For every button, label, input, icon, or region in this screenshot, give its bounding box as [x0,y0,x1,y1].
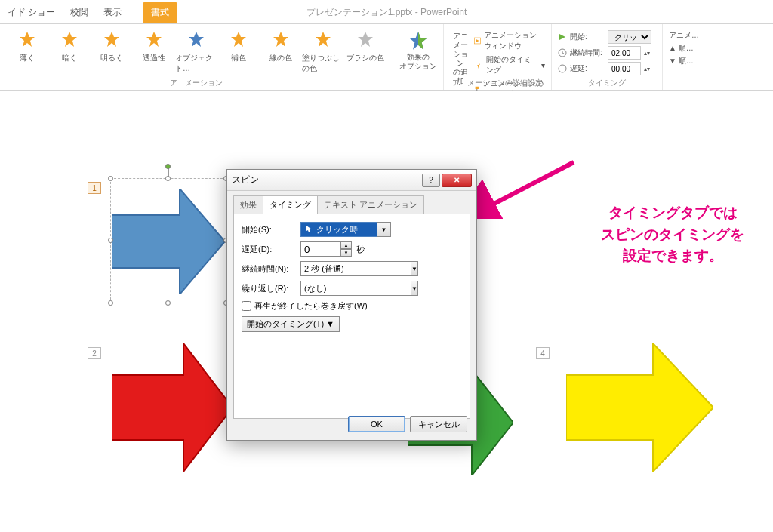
animation-pane-button[interactable]: アニメーション ウィンドウ [474,30,545,51]
svg-marker-1 [62,32,77,47]
chevron-down-icon[interactable]: ▼ [377,222,391,237]
field-delay-unit: 秒 [356,244,365,255]
gallery-effect-2[interactable]: 明るく [91,27,133,78]
arrow-shape-red[interactable] [112,343,233,472]
field-delay-spinner[interactable]: ▲▼ [300,241,352,257]
field-repeat-combo[interactable]: ▼ [300,281,391,296]
gallery-effect-1[interactable]: 暗く [48,27,91,78]
dialog-tab-effect[interactable]: 効果 [233,195,263,214]
svg-marker-15 [476,39,479,42]
mouse-icon [304,225,313,234]
annotation-arrow-icon [476,158,581,219]
svg-marker-19 [559,34,565,40]
field-start-combo[interactable]: クリック時 ▼ [300,222,391,237]
move-earlier-button[interactable]: ▲ 順… [669,43,767,54]
gallery-effect-6[interactable]: 線の色 [260,27,302,78]
anim-order-tag-2[interactable]: 2 [88,347,101,359]
timing-start-select[interactable]: クリック時 [608,30,651,44]
svg-marker-2 [104,32,119,47]
field-delay-label: 遅延(D): [242,244,300,255]
anim-order-tag-4[interactable]: 4 [536,347,550,359]
animation-gallery-group: 薄く暗く明るく透過性オブジェクト…補色線の色塗りつぶしの色ブラシの色 アニメーシ… [0,24,393,90]
dialog-close-button[interactable]: ✕ [442,174,472,187]
timing-group: 開始:クリック時 継続時間:▴▾ 遅延:▴▾ タイミング [552,24,663,90]
move-later-button[interactable]: ▼ 順… [669,56,767,66]
gallery-effect-8[interactable]: ブラシの色 [344,27,386,78]
window-title: プレゼンテーション1.pptx - PowerPoint [306,6,467,19]
field-duration-label: 継続時間(N): [242,263,300,275]
dialog-help-button[interactable]: ? [422,174,440,187]
cancel-button[interactable]: キャンセル [410,416,467,432]
trigger-button[interactable]: 開始のタイミング ▾ [474,54,545,75]
rewind-checkbox[interactable] [242,301,251,311]
svg-marker-10 [418,32,427,49]
arrow-shape-yellow[interactable] [566,343,713,472]
svg-marker-4 [189,32,204,47]
advanced-animation-group: + アニメーション の追加 アニメーション ウィンドウ 開始のタイミング ▾ ア… [444,24,552,90]
field-start-label: 開始(S): [242,224,300,235]
timing-delay-input[interactable] [608,62,641,75]
ribbon-tabs-bar: イド ショー 校閲 表示 描画ツール 書式 プレゼンテーション1.pptx - … [0,0,773,24]
svg-point-21 [559,65,566,72]
group-label-timing: タイミング [552,78,662,88]
tab-slideshow[interactable]: イド ショー [0,2,63,23]
svg-marker-16 [477,61,479,69]
gallery-effect-0[interactable]: 薄く [6,27,48,78]
svg-marker-25 [566,343,713,472]
gallery-effect-3[interactable]: 透過性 [133,27,175,78]
group-label-animation: アニメーション [0,78,393,88]
rewind-label: 再生が終了したら巻き戻す(W) [254,300,368,312]
gallery-effect-5[interactable]: 補色 [217,27,260,78]
gallery-effect-7[interactable]: 塗りつぶしの色 [302,27,344,78]
reorder-anim-label: アニメ… [669,30,767,41]
timing-duration-input[interactable] [608,46,641,60]
ok-button[interactable]: OK [348,416,405,432]
svg-marker-3 [146,32,162,47]
trigger-dropdown-button[interactable]: 開始のタイミング(T) ▼ [242,316,340,332]
svg-marker-23 [112,343,233,472]
options-group: 効果の オプション [393,24,444,90]
dialog-titlebar[interactable]: スピン ? ✕ [227,170,476,191]
svg-line-27 [487,162,574,208]
ribbon-body: 薄く暗く明るく透過性オブジェクト…補色線の色塗りつぶしの色ブラシの色 アニメーシ… [0,24,773,91]
svg-marker-0 [20,32,35,47]
add-animation-button[interactable]: + アニメーション の追加 [450,27,471,78]
gallery-effect-4[interactable]: オブジェクト… [175,27,217,78]
anim-order-tag-1[interactable]: 1 [88,182,101,194]
dialog-tabs: 効果 タイミング テキスト アニメーション [227,191,476,214]
tab-format[interactable]: 書式 [143,2,177,23]
dialog-pane: 開始(S): クリック時 ▼ 遅延(D): ▲▼ 秒 継続時間(N): ▼ 繰り… [233,214,470,419]
svg-marker-7 [316,32,331,47]
selection-box[interactable] [110,178,226,303]
svg-marker-6 [273,32,288,47]
svg-marker-8 [358,32,373,47]
svg-marker-5 [231,32,246,47]
tab-review[interactable]: 校閲 [63,2,96,23]
reorder-group: アニメ… ▲ 順… ▼ 順… [663,24,773,90]
annotation-text: タイミングタブでは スピンのタイミングを 設定できます。 [601,202,744,267]
dialog-tab-text-animation[interactable]: テキスト アニメーション [317,195,424,214]
field-duration-combo[interactable]: ▼ [300,261,391,276]
field-repeat-label: 繰り返し(R): [242,283,300,294]
spin-dialog: スピン ? ✕ 効果 タイミング テキスト アニメーション 開始(S): クリッ… [226,169,477,441]
group-label-advanced: アニメーションの詳細設定 [444,78,551,88]
dialog-tab-timing[interactable]: タイミング [263,195,318,214]
tab-view[interactable]: 表示 [96,2,129,23]
chevron-down-icon[interactable]: ▼ [411,281,418,296]
chevron-down-icon[interactable]: ▼ [411,261,418,276]
dialog-title-text: スピン [232,174,420,186]
effect-options-button[interactable]: 効果の オプション [399,27,437,78]
